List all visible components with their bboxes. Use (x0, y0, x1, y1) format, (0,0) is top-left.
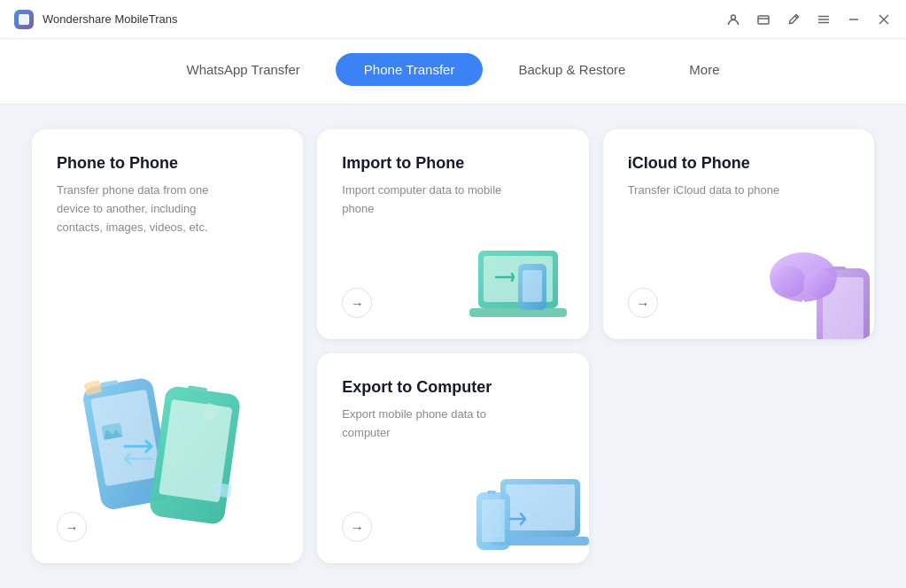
import-illustration (465, 233, 580, 330)
card-phone-to-phone[interactable]: Phone to Phone Transfer phone data from … (32, 129, 303, 563)
icloud-illustration (750, 233, 865, 330)
window-icon[interactable] (755, 12, 771, 27)
card-icloud-title: iCloud to Phone (628, 154, 849, 173)
titlebar-controls (725, 12, 892, 27)
export-illustration (465, 457, 580, 554)
svg-rect-25 (523, 270, 542, 302)
svg-rect-1 (758, 16, 769, 24)
card-import-desc: Import computer data to mobile phone (342, 182, 501, 219)
card-icloud-to-phone[interactable]: iCloud to Phone Transfer iCloud data to … (603, 129, 874, 339)
menu-icon[interactable] (816, 12, 832, 27)
nav-whatsapp-transfer[interactable]: WhatsApp Transfer (158, 53, 328, 86)
svg-point-30 (770, 266, 806, 298)
card-import-title: Import to Phone (342, 154, 563, 173)
app-icon (14, 10, 34, 29)
nav-bar: WhatsApp Transfer Phone Transfer Backup … (0, 39, 906, 104)
svg-rect-33 (506, 484, 575, 530)
minimize-button[interactable] (846, 12, 862, 27)
card-icloud-desc: Transfer iCloud data to phone (628, 182, 787, 200)
card-export-to-computer[interactable]: Export to Computer Export mobile phone d… (317, 353, 588, 563)
phone-to-phone-illustration (58, 360, 271, 519)
svg-point-0 (732, 15, 736, 19)
card-icloud-arrow[interactable]: → (628, 288, 658, 318)
card-import-arrow[interactable]: → (342, 288, 372, 318)
titlebar: Wondershare MobileTrans (0, 0, 906, 39)
card-export-title: Export to Computer (342, 378, 563, 397)
svg-point-31 (803, 269, 835, 298)
edit-icon[interactable] (786, 12, 801, 27)
svg-line-3 (795, 16, 798, 19)
nav-backup-restore[interactable]: Backup & Restore (490, 53, 654, 86)
card-export-arrow[interactable]: → (342, 512, 372, 542)
titlebar-left: Wondershare MobileTrans (14, 10, 177, 29)
nav-more[interactable]: More (661, 53, 747, 86)
card-phone-to-phone-desc: Transfer phone data from one device to a… (57, 182, 216, 236)
card-phone-to-phone-title: Phone to Phone (57, 154, 278, 173)
card-import-to-phone[interactable]: Import to Phone Import computer data to … (317, 129, 588, 339)
nav-phone-transfer[interactable]: Phone Transfer (336, 53, 484, 86)
close-button[interactable] (876, 12, 892, 27)
main-content: Phone to Phone Transfer phone data from … (0, 104, 906, 588)
svg-rect-23 (469, 308, 567, 317)
svg-rect-36 (482, 499, 505, 542)
svg-rect-37 (487, 491, 496, 494)
profile-icon[interactable] (725, 12, 741, 27)
card-phone-to-phone-arrow[interactable]: → (57, 512, 87, 542)
app-title: Wondershare MobileTrans (43, 12, 177, 26)
card-export-desc: Export mobile phone data to computer (342, 406, 501, 443)
